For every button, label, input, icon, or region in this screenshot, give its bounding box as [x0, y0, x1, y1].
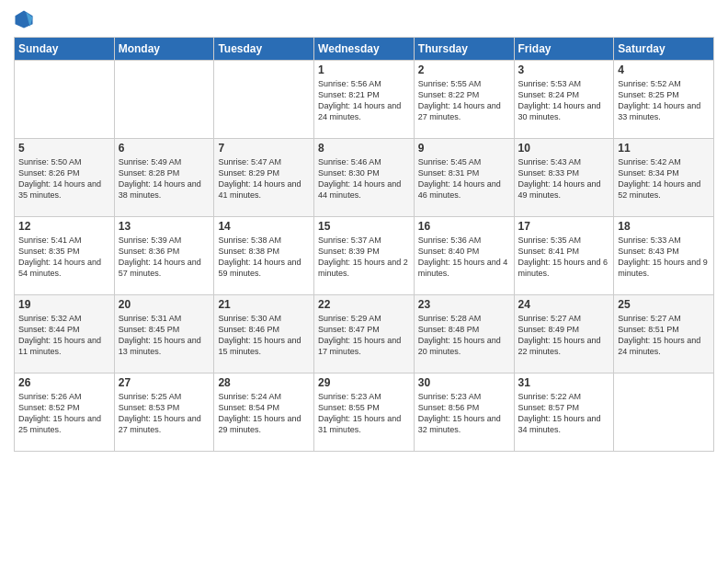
week-row-3: 12Sunrise: 5:41 AM Sunset: 8:35 PM Dayli… [15, 217, 714, 295]
day-number: 29 [318, 376, 410, 389]
day-info: Sunrise: 5:39 AM Sunset: 8:36 PM Dayligh… [119, 235, 210, 280]
day-info: Sunrise: 5:49 AM Sunset: 8:28 PM Dayligh… [119, 156, 210, 201]
calendar-cell: 31Sunrise: 5:22 AM Sunset: 8:57 PM Dayli… [514, 373, 614, 452]
header-row: SundayMondayTuesdayWednesdayThursdayFrid… [15, 38, 714, 61]
day-number: 5 [18, 142, 110, 155]
day-info: Sunrise: 5:33 AM Sunset: 8:43 PM Dayligh… [618, 235, 710, 280]
day-info: Sunrise: 5:38 AM Sunset: 8:38 PM Dayligh… [218, 235, 310, 280]
day-info: Sunrise: 5:56 AM Sunset: 8:21 PM Dayligh… [318, 78, 410, 123]
calendar-cell: 19Sunrise: 5:32 AM Sunset: 8:44 PM Dayli… [15, 295, 115, 373]
day-info: Sunrise: 5:30 AM Sunset: 8:46 PM Dayligh… [218, 313, 310, 358]
day-header-friday: Friday [514, 38, 614, 61]
day-info: Sunrise: 5:26 AM Sunset: 8:52 PM Dayligh… [18, 391, 110, 436]
calendar-cell: 3Sunrise: 5:53 AM Sunset: 8:24 PM Daylig… [514, 61, 614, 139]
day-number: 6 [119, 142, 210, 155]
week-row-2: 5Sunrise: 5:50 AM Sunset: 8:26 PM Daylig… [15, 139, 714, 217]
logo-text [14, 9, 38, 29]
calendar-cell: 13Sunrise: 5:39 AM Sunset: 8:36 PM Dayli… [114, 217, 214, 295]
day-number: 1 [318, 63, 410, 76]
calendar-cell: 23Sunrise: 5:28 AM Sunset: 8:48 PM Dayli… [414, 295, 514, 373]
day-number: 23 [418, 298, 510, 311]
calendar-cell [15, 61, 115, 139]
calendar-cell: 8Sunrise: 5:46 AM Sunset: 8:30 PM Daylig… [314, 139, 415, 217]
day-number: 22 [318, 298, 410, 311]
day-header-sunday: Sunday [15, 38, 115, 61]
calendar-cell: 5Sunrise: 5:50 AM Sunset: 8:26 PM Daylig… [15, 139, 115, 217]
day-info: Sunrise: 5:43 AM Sunset: 8:33 PM Dayligh… [518, 156, 610, 201]
calendar-cell: 16Sunrise: 5:36 AM Sunset: 8:40 PM Dayli… [414, 217, 514, 295]
day-number: 19 [18, 298, 110, 311]
day-info: Sunrise: 5:23 AM Sunset: 8:56 PM Dayligh… [418, 391, 510, 436]
calendar-cell: 4Sunrise: 5:52 AM Sunset: 8:25 PM Daylig… [614, 61, 714, 139]
calendar-cell: 6Sunrise: 5:49 AM Sunset: 8:28 PM Daylig… [114, 139, 214, 217]
calendar-cell: 29Sunrise: 5:23 AM Sunset: 8:55 PM Dayli… [314, 373, 415, 452]
calendar-cell: 18Sunrise: 5:33 AM Sunset: 8:43 PM Dayli… [614, 217, 714, 295]
logo-icon [14, 9, 34, 29]
day-number: 3 [518, 63, 610, 76]
day-info: Sunrise: 5:52 AM Sunset: 8:25 PM Dayligh… [618, 78, 710, 123]
day-number: 7 [218, 142, 310, 155]
day-header-tuesday: Tuesday [214, 38, 314, 61]
day-info: Sunrise: 5:28 AM Sunset: 8:48 PM Dayligh… [418, 313, 510, 358]
day-number: 30 [418, 376, 510, 389]
day-number: 21 [218, 298, 310, 311]
week-row-5: 26Sunrise: 5:26 AM Sunset: 8:52 PM Dayli… [15, 373, 714, 452]
day-header-monday: Monday [114, 38, 214, 61]
day-info: Sunrise: 5:22 AM Sunset: 8:57 PM Dayligh… [518, 391, 610, 436]
week-row-1: 1Sunrise: 5:56 AM Sunset: 8:21 PM Daylig… [15, 61, 714, 139]
day-number: 14 [218, 220, 310, 233]
day-info: Sunrise: 5:37 AM Sunset: 8:39 PM Dayligh… [318, 235, 410, 280]
day-number: 27 [119, 376, 210, 389]
day-number: 25 [618, 298, 710, 311]
day-info: Sunrise: 5:46 AM Sunset: 8:30 PM Dayligh… [318, 156, 410, 201]
day-number: 12 [18, 220, 110, 233]
day-info: Sunrise: 5:50 AM Sunset: 8:26 PM Dayligh… [18, 156, 110, 201]
calendar-cell: 7Sunrise: 5:47 AM Sunset: 8:29 PM Daylig… [214, 139, 314, 217]
calendar-cell: 22Sunrise: 5:29 AM Sunset: 8:47 PM Dayli… [314, 295, 415, 373]
day-info: Sunrise: 5:55 AM Sunset: 8:22 PM Dayligh… [418, 78, 510, 123]
calendar-cell: 10Sunrise: 5:43 AM Sunset: 8:33 PM Dayli… [514, 139, 614, 217]
page: SundayMondayTuesdayWednesdayThursdayFrid… [0, 0, 728, 563]
day-info: Sunrise: 5:27 AM Sunset: 8:49 PM Dayligh… [518, 313, 610, 358]
day-number: 8 [318, 142, 410, 155]
calendar-cell: 20Sunrise: 5:31 AM Sunset: 8:45 PM Dayli… [114, 295, 214, 373]
day-number: 9 [418, 142, 510, 155]
calendar-cell: 25Sunrise: 5:27 AM Sunset: 8:51 PM Dayli… [614, 295, 714, 373]
calendar-cell: 27Sunrise: 5:25 AM Sunset: 8:53 PM Dayli… [114, 373, 214, 452]
calendar-cell: 2Sunrise: 5:55 AM Sunset: 8:22 PM Daylig… [414, 61, 514, 139]
day-number: 4 [618, 63, 710, 76]
day-number: 10 [518, 142, 610, 155]
day-number: 15 [318, 220, 410, 233]
day-number: 11 [618, 142, 710, 155]
calendar-cell: 28Sunrise: 5:24 AM Sunset: 8:54 PM Dayli… [214, 373, 314, 452]
calendar-cell: 26Sunrise: 5:26 AM Sunset: 8:52 PM Dayli… [15, 373, 115, 452]
calendar-cell: 21Sunrise: 5:30 AM Sunset: 8:46 PM Dayli… [214, 295, 314, 373]
day-info: Sunrise: 5:31 AM Sunset: 8:45 PM Dayligh… [119, 313, 210, 358]
calendar-cell: 17Sunrise: 5:35 AM Sunset: 8:41 PM Dayli… [514, 217, 614, 295]
calendar-cell: 1Sunrise: 5:56 AM Sunset: 8:21 PM Daylig… [314, 61, 415, 139]
calendar-table: SundayMondayTuesdayWednesdayThursdayFrid… [14, 37, 714, 452]
calendar-cell: 30Sunrise: 5:23 AM Sunset: 8:56 PM Dayli… [414, 373, 514, 452]
day-info: Sunrise: 5:53 AM Sunset: 8:24 PM Dayligh… [518, 78, 610, 123]
day-info: Sunrise: 5:32 AM Sunset: 8:44 PM Dayligh… [18, 313, 110, 358]
day-number: 26 [18, 376, 110, 389]
day-info: Sunrise: 5:45 AM Sunset: 8:31 PM Dayligh… [418, 156, 510, 201]
day-number: 31 [518, 376, 610, 389]
day-number: 13 [119, 220, 210, 233]
day-info: Sunrise: 5:24 AM Sunset: 8:54 PM Dayligh… [218, 391, 310, 436]
day-info: Sunrise: 5:42 AM Sunset: 8:34 PM Dayligh… [618, 156, 710, 201]
calendar-cell: 24Sunrise: 5:27 AM Sunset: 8:49 PM Dayli… [514, 295, 614, 373]
calendar-cell: 14Sunrise: 5:38 AM Sunset: 8:38 PM Dayli… [214, 217, 314, 295]
day-number: 20 [119, 298, 210, 311]
day-info: Sunrise: 5:23 AM Sunset: 8:55 PM Dayligh… [318, 391, 410, 436]
day-info: Sunrise: 5:27 AM Sunset: 8:51 PM Dayligh… [618, 313, 710, 358]
day-number: 16 [418, 220, 510, 233]
calendar-cell: 11Sunrise: 5:42 AM Sunset: 8:34 PM Dayli… [614, 139, 714, 217]
day-number: 17 [518, 220, 610, 233]
header [14, 9, 714, 29]
calendar-cell [614, 373, 714, 452]
calendar-cell: 9Sunrise: 5:45 AM Sunset: 8:31 PM Daylig… [414, 139, 514, 217]
day-info: Sunrise: 5:25 AM Sunset: 8:53 PM Dayligh… [119, 391, 210, 436]
calendar-cell [214, 61, 314, 139]
calendar-cell [114, 61, 214, 139]
